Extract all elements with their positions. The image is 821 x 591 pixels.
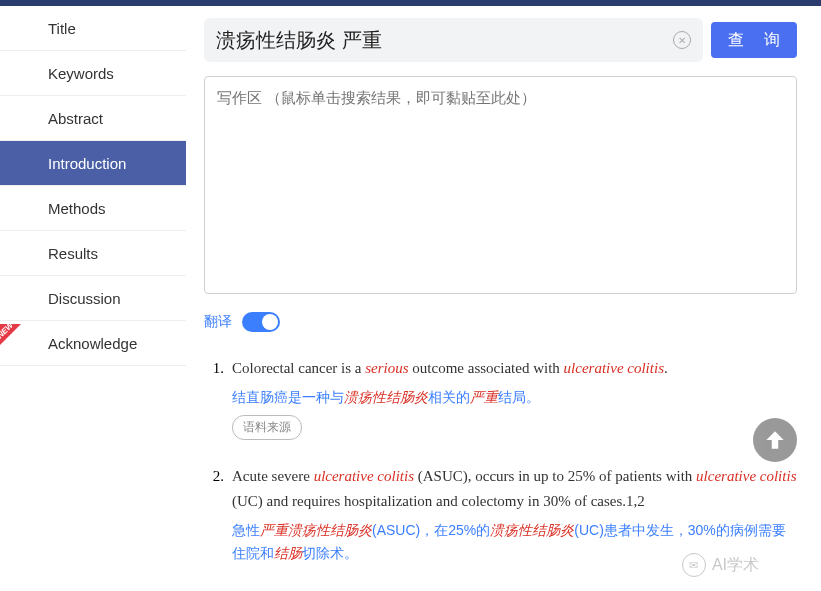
- sidebar-item-results[interactable]: Results: [0, 231, 186, 276]
- result-item[interactable]: 1.Colorectal cancer is a serious outcome…: [204, 356, 797, 440]
- sidebar-item-introduction[interactable]: Introduction: [0, 141, 186, 186]
- result-item[interactable]: 2.Acute severe ulcerative colitis (ASUC)…: [204, 464, 797, 567]
- writing-area[interactable]: [204, 76, 797, 294]
- sidebar: TitleKeywordsAbstractIntroductionMethods…: [0, 6, 186, 591]
- search-box: ✕: [204, 18, 703, 62]
- result-chinese: 急性严重溃疡性结肠炎(ASUC)，在25%的溃疡性结肠炎(UC)患者中发生，30…: [232, 519, 797, 567]
- result-body: Colorectal cancer is a serious outcome a…: [232, 356, 797, 440]
- container: TitleKeywordsAbstractIntroductionMethods…: [0, 6, 821, 591]
- search-input[interactable]: [216, 29, 673, 52]
- sidebar-item-acknowledge[interactable]: Acknowledge: [0, 321, 186, 366]
- arrow-up-icon: [762, 427, 788, 453]
- sidebar-item-discussion[interactable]: Discussion: [0, 276, 186, 321]
- translate-label: 翻译: [204, 313, 232, 331]
- source-button[interactable]: 语料来源: [232, 415, 302, 439]
- scroll-top-button[interactable]: [753, 418, 797, 462]
- sidebar-item-abstract[interactable]: Abstract: [0, 96, 186, 141]
- result-chinese: 结直肠癌是一种与溃疡性结肠炎相关的严重结局。: [232, 386, 797, 410]
- result-english: Colorectal cancer is a serious outcome a…: [232, 356, 797, 382]
- sidebar-item-keywords[interactable]: Keywords: [0, 51, 186, 96]
- result-number: 1.: [204, 356, 232, 440]
- translate-toggle[interactable]: [242, 312, 280, 332]
- clear-icon[interactable]: ✕: [673, 31, 691, 49]
- query-button[interactable]: 查 询: [711, 22, 797, 58]
- results-list: 1.Colorectal cancer is a serious outcome…: [204, 356, 797, 566]
- result-body: Acute severe ulcerative colitis (ASUC), …: [232, 464, 797, 567]
- search-row: ✕ 查 询: [204, 18, 797, 62]
- main: ✕ 查 询 翻译 1.Colorectal cancer is a seriou…: [186, 6, 821, 591]
- translate-row: 翻译: [204, 312, 797, 332]
- sidebar-item-methods[interactable]: Methods: [0, 186, 186, 231]
- result-number: 2.: [204, 464, 232, 567]
- result-english: Acute severe ulcerative colitis (ASUC), …: [232, 464, 797, 515]
- sidebar-item-title[interactable]: Title: [0, 6, 186, 51]
